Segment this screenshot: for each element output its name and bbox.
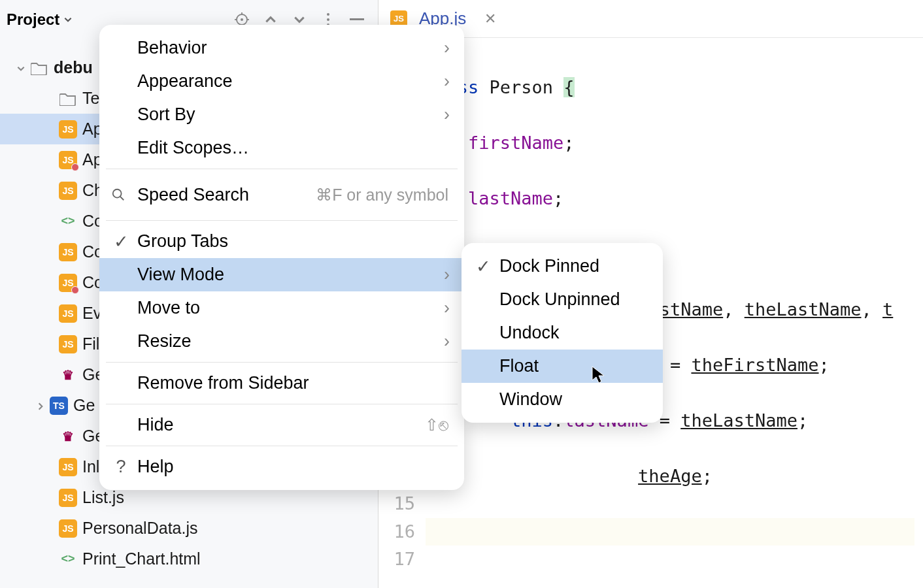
project-panel-title[interactable]: Project: [7, 10, 73, 29]
menu-separator: [106, 220, 458, 221]
menu-item-move-to[interactable]: Move to›: [99, 291, 464, 325]
jest-file-icon: ♛: [59, 366, 77, 384]
menu-separator: [106, 404, 458, 404]
tree-item-label: Te: [82, 89, 99, 108]
js-file-icon: JS: [59, 489, 77, 507]
chevron-right-icon: ›: [444, 71, 450, 91]
help-icon: ?: [111, 457, 131, 477]
menu-separator: [106, 446, 458, 446]
chevron-right-icon: ›: [444, 331, 450, 351]
checkmark-icon: ✓: [473, 256, 493, 277]
chevron-right-icon: ›: [444, 38, 450, 58]
chevron-right-icon: [31, 402, 50, 411]
menu-item-speed-search[interactable]: Speed Search⌘F or any symbol: [99, 173, 464, 216]
chevron-right-icon: ›: [444, 105, 450, 125]
tree-item-label: List.js: [82, 488, 124, 507]
search-icon: [111, 188, 131, 202]
chevron-down-icon: [63, 15, 73, 24]
tree-item-label: Fil: [82, 335, 99, 353]
ts-file-icon: TS: [50, 397, 68, 415]
svg-point-1: [241, 18, 243, 21]
tree-item[interactable]: JSPersonalData.js: [0, 513, 378, 544]
chevron-right-icon: ›: [444, 265, 450, 285]
tree-root-label: debu: [54, 58, 93, 77]
js-file-icon: JS: [59, 243, 77, 261]
menu-item-view-mode[interactable]: View Mode›: [99, 258, 464, 291]
svg-point-10: [113, 189, 122, 198]
minimize-icon: [350, 18, 364, 21]
js-file-icon: JS: [59, 182, 77, 200]
view-mode-submenu: ✓Dock Pinned Dock Unpinned Undock Float …: [462, 243, 663, 423]
submenu-undock[interactable]: Undock: [462, 316, 663, 350]
chevron-down-icon: [293, 13, 306, 26]
menu-item-hide[interactable]: Hide⇧⎋: [99, 408, 464, 442]
html-file-icon: <>: [59, 212, 77, 231]
js-file-icon: JS: [59, 458, 77, 476]
submenu-float[interactable]: Float: [462, 350, 663, 383]
folder-icon: [30, 59, 48, 77]
submenu-dock-pinned[interactable]: ✓Dock Pinned: [462, 250, 663, 283]
tree-item[interactable]: <>Print_Chart.html: [0, 544, 378, 574]
tree-item-label: Ev: [82, 304, 101, 323]
submenu-window[interactable]: Window: [462, 383, 663, 416]
chevron-up-icon: [264, 13, 277, 26]
js-file-icon: JS: [59, 120, 77, 139]
close-tab-button[interactable]: ✕: [484, 10, 496, 27]
menu-item-sort-by[interactable]: Sort By›: [99, 98, 464, 131]
panel-context-menu: Behavior› Appearance› Sort By› Edit Scop…: [99, 25, 464, 490]
submenu-dock-unpinned[interactable]: Dock Unpinned: [462, 283, 663, 316]
menu-item-appearance[interactable]: Appearance›: [99, 65, 464, 98]
menu-item-group-tabs[interactable]: ✓Group Tabs: [99, 225, 464, 258]
menu-item-remove-from-sidebar[interactable]: Remove from Sidebar: [99, 367, 464, 400]
svg-rect-9: [350, 18, 364, 20]
checkmark-icon: ✓: [111, 231, 131, 252]
svg-line-11: [120, 197, 124, 201]
svg-point-6: [327, 13, 329, 16]
tree-item-label: Print_Chart.html: [82, 549, 201, 568]
menu-item-edit-scopes[interactable]: Edit Scopes…: [99, 131, 464, 165]
menu-item-resize[interactable]: Resize›: [99, 325, 464, 358]
js-file-error-icon: JS: [59, 151, 77, 169]
menu-item-behavior[interactable]: Behavior›: [99, 31, 464, 65]
js-file-icon: JS: [59, 519, 77, 538]
js-file-icon: JS: [59, 335, 77, 353]
tree-item-label: Inl: [82, 457, 99, 476]
html-file-icon: <>: [59, 550, 77, 568]
menu-separator: [106, 362, 458, 363]
chevron-down-icon: [12, 64, 30, 73]
svg-point-7: [327, 18, 329, 21]
tree-item-label: PersonalData.js: [82, 519, 197, 538]
chevron-right-icon: ›: [444, 298, 450, 318]
folder-icon: [59, 90, 77, 108]
menu-item-help[interactable]: ?Help: [99, 450, 464, 483]
menu-separator: [106, 169, 458, 169]
jest-file-icon: ♛: [59, 427, 77, 446]
tree-item-label: Ge: [73, 396, 95, 415]
js-file-icon: JS: [59, 304, 77, 323]
js-file-error-icon: JS: [59, 274, 77, 292]
